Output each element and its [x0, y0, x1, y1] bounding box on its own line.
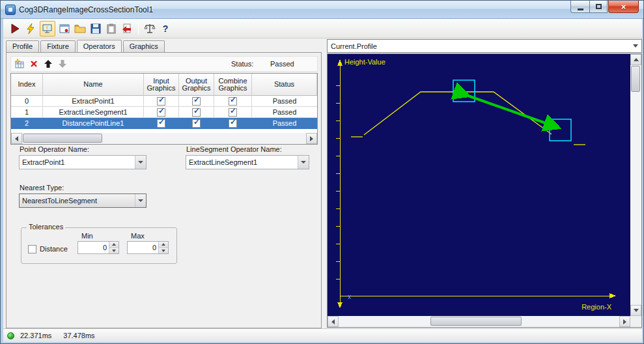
spin-down-button[interactable]: [109, 248, 119, 254]
combine-graphics-checkbox[interactable]: [229, 97, 237, 106]
record-selector-combo[interactable]: Current.Profile: [327, 39, 642, 53]
move-down-icon: [57, 59, 68, 69]
tolerances-title: Tolerances: [27, 223, 65, 231]
min-value: 0: [103, 244, 107, 251]
scroll-thumb[interactable]: [631, 66, 640, 92]
min-label: Min: [81, 232, 93, 240]
lightning-icon: [24, 22, 37, 35]
col-header-combine[interactable]: Combine Graphics: [214, 74, 252, 96]
add-operator-icon: [14, 59, 25, 69]
move-down-button[interactable]: [55, 57, 70, 70]
min-spinner[interactable]: 0: [77, 241, 119, 254]
scroll-thumb[interactable]: [430, 317, 522, 326]
canvas-background: [328, 54, 630, 316]
scroll-down-button[interactable]: [630, 305, 641, 316]
cell-status: Passed: [252, 96, 317, 107]
result-window-icon: [58, 22, 71, 35]
run-icon: [8, 22, 21, 35]
reset-button[interactable]: [119, 21, 135, 36]
cell-index: 1: [11, 107, 43, 118]
scroll-left-button[interactable]: [328, 316, 339, 327]
display-vertical-scrollbar[interactable]: [630, 54, 641, 316]
spin-up-button[interactable]: [109, 242, 119, 248]
maximize-button[interactable]: [589, 1, 608, 13]
move-up-button[interactable]: [41, 57, 55, 70]
operators-toolbar: Status: Passed: [10, 56, 318, 72]
cell-name: DistancePointLine1: [43, 118, 144, 129]
minimize-button[interactable]: [570, 1, 589, 13]
window-title: Cog3DRangeImageCrossSectionTool1: [19, 5, 153, 14]
title-bar[interactable]: Cog3DRangeImageCrossSectionTool1 ×: [1, 1, 643, 19]
profile-canvas[interactable]: Height-Value Region-X x: [328, 54, 630, 316]
point-operator-value: ExtractPoint1: [20, 158, 135, 166]
combine-graphics-checkbox[interactable]: [229, 119, 237, 128]
nearest-type-label: Nearest Type:: [20, 184, 64, 192]
scroll-thumb[interactable]: [23, 134, 102, 143]
point-operator-combo[interactable]: ExtractPoint1: [19, 155, 147, 169]
maximize-icon: [596, 4, 602, 9]
scroll-up-button[interactable]: [630, 54, 641, 65]
chevron-down-icon[interactable]: [135, 156, 146, 169]
tab-profile[interactable]: Profile: [6, 40, 39, 52]
delete-operator-button[interactable]: [27, 57, 41, 70]
input-graphics-checkbox[interactable]: [157, 97, 165, 106]
col-header-status[interactable]: Status: [252, 74, 317, 96]
display-toggle-button[interactable]: [40, 21, 55, 36]
spin-down-button[interactable]: [159, 248, 168, 254]
grid-horizontal-scrollbar[interactable]: [11, 133, 317, 144]
col-header-input[interactable]: Input Graphics: [144, 74, 179, 96]
open-button[interactable]: [72, 21, 88, 36]
display-toggle-icon: [41, 22, 54, 35]
output-graphics-checkbox[interactable]: [192, 119, 201, 128]
combine-graphics-checkbox[interactable]: [229, 108, 237, 117]
measure-units-button[interactable]: [142, 21, 158, 36]
max-spinner[interactable]: 0: [127, 241, 169, 254]
col-header-output[interactable]: Output Graphics: [179, 74, 214, 96]
add-operator-button[interactable]: [12, 57, 27, 70]
copy-results-button[interactable]: [104, 21, 119, 36]
input-graphics-checkbox[interactable]: [157, 108, 165, 117]
chevron-down-icon[interactable]: [135, 194, 146, 207]
grid-row-1[interactable]: 1 ExtractLineSegment1 Passed: [11, 107, 317, 118]
operators-grid: Index Name Input Graphics Output Graphic…: [10, 73, 318, 145]
max-value: 0: [152, 244, 156, 251]
minimize-icon: [578, 8, 583, 10]
linesegment-operator-label: LineSegment Operator Name:: [186, 145, 282, 153]
x-axis-label: Region-X: [581, 303, 612, 311]
save-icon: [89, 22, 102, 35]
tab-operators[interactable]: Operators: [77, 40, 122, 52]
tab-graphics[interactable]: Graphics: [123, 40, 165, 52]
max-label: Max: [131, 232, 145, 240]
electric-run-button[interactable]: [23, 21, 38, 36]
scroll-right-button[interactable]: [619, 316, 630, 327]
cell-status: Passed: [252, 107, 317, 118]
total-time: 37.478ms: [63, 332, 94, 339]
chevron-down-icon[interactable]: [630, 44, 641, 48]
distance-checkbox[interactable]: [28, 245, 36, 253]
grid-row-2[interactable]: 2 DistancePointLine1 Passed: [11, 118, 317, 129]
scroll-right-button[interactable]: [306, 133, 317, 144]
status-bar: 22.371ms 37.478ms: [3, 328, 642, 342]
cell-index: 0: [11, 96, 43, 107]
save-button[interactable]: [88, 21, 104, 36]
result-window-button[interactable]: [57, 21, 72, 36]
nearest-type-combo[interactable]: NearestToLineSegment: [19, 194, 147, 208]
run-button[interactable]: [7, 21, 23, 36]
spin-up-button[interactable]: [159, 242, 168, 248]
col-header-name[interactable]: Name: [43, 74, 144, 96]
cell-name: ExtractPoint1: [43, 96, 144, 107]
output-graphics-checkbox[interactable]: [192, 108, 201, 117]
close-button[interactable]: ×: [608, 1, 639, 13]
display-horizontal-scrollbar[interactable]: [328, 316, 630, 327]
scroll-left-button[interactable]: [11, 133, 22, 144]
linesegment-operator-combo[interactable]: ExtractLineSegment1: [186, 155, 309, 169]
y-axis-label: Height-Value: [344, 58, 385, 66]
grid-row-0[interactable]: 0 ExtractPoint1 Passed: [11, 96, 317, 107]
close-icon: ×: [621, 2, 626, 12]
input-graphics-checkbox[interactable]: [157, 119, 165, 128]
help-button[interactable]: ?: [158, 21, 173, 36]
output-graphics-checkbox[interactable]: [192, 97, 201, 106]
col-header-index[interactable]: Index: [11, 74, 43, 96]
tab-fixture[interactable]: Fixture: [40, 40, 76, 52]
chevron-down-icon[interactable]: [298, 156, 309, 169]
